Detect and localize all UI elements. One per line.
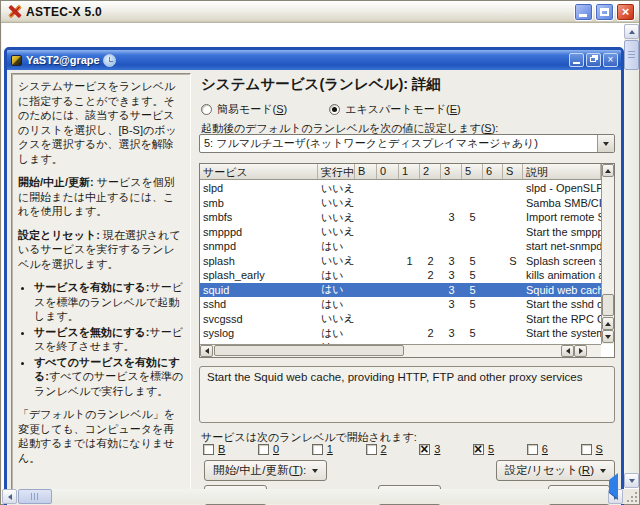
table-cell: 3	[441, 327, 462, 339]
scroll-left-button[interactable]	[561, 345, 574, 357]
runlevel-checkbox-5[interactable]: 5	[473, 443, 494, 455]
table-cell: はい	[318, 326, 355, 341]
table-row[interactable]: splashいいえ1235SSplash screen setu	[200, 254, 601, 269]
checkbox-label: 1	[327, 443, 333, 455]
yast2-minimize-button[interactable]	[569, 53, 584, 67]
column-header[interactable]: サービス	[200, 164, 318, 179]
help-bullet: サービスを有効にする:サービスを標準のランレベルで起動します。	[34, 280, 184, 324]
table-cell: Squid web cache	[523, 284, 601, 296]
runlevel-checkbox-1[interactable]: 1	[312, 443, 333, 455]
minimize-button[interactable]	[574, 3, 593, 21]
table-row[interactable]: svcgssdいいえStart the RPC GSS	[200, 312, 601, 327]
table-cell: 1	[399, 255, 420, 267]
arrow-left-icon	[566, 348, 570, 354]
outer-horizontal-scrollbar[interactable]	[2, 489, 623, 504]
help-paragraph: 「デフォルトのランレベル」を変更しても、コンピュータを再起動するまでは有効になり…	[18, 408, 175, 464]
table-body: slpdいいえslpd - OpenSLP dasmbいいえSamba SMB/…	[200, 181, 601, 346]
restore-icon	[590, 57, 596, 62]
table-row[interactable]: splash_earlyはい235kills animation after	[200, 268, 601, 283]
column-header[interactable]: 1	[399, 164, 420, 179]
table-vertical-scrollbar[interactable]	[601, 164, 614, 344]
scrollbar-thumb[interactable]	[18, 489, 52, 504]
runlevel-checkbox-group: B012356S	[203, 443, 603, 455]
main-panel: システムサービス(ランレベル): 詳細 簡易モード(S)エキスパートモード(E)…	[199, 70, 616, 505]
table-row[interactable]: squidはい35Squid web cache	[200, 283, 601, 298]
checkbox-label: S	[596, 443, 603, 455]
table-cell: Start the smpppd fo	[523, 226, 601, 238]
scroll-up-button[interactable]	[624, 24, 639, 39]
pan-left-indicator-icon	[609, 480, 618, 492]
table-cell: S	[503, 255, 523, 267]
close-button[interactable]: ×	[616, 3, 635, 21]
arrow-left-icon	[8, 494, 12, 500]
table-row[interactable]: syslogはい235Start the system log	[200, 326, 601, 341]
scroll-down-button[interactable]	[624, 473, 639, 488]
help-bullet: すべてのサービスを有効にする:すべてのサービスを標準のランレベルで実行します。	[34, 355, 184, 399]
scroll-down-button[interactable]	[602, 330, 614, 343]
help-lead: 設定とリセット:	[18, 229, 100, 241]
column-header[interactable]: 説明	[523, 164, 601, 179]
set-reset-button[interactable]: 設定/リセット(R)	[496, 460, 615, 481]
table-cell: slpd - OpenSLP da	[523, 182, 601, 194]
mode-radio[interactable]: 簡易モード(S)	[201, 102, 287, 117]
table-horizontal-scrollbar[interactable]	[200, 344, 601, 357]
column-header[interactable]: 3	[441, 164, 462, 179]
checkbox-icon	[581, 444, 592, 455]
scroll-up-button[interactable]	[602, 317, 614, 330]
dialog-content: システムサービスをランレベルに指定することができます。そのためには、該当するサー…	[7, 70, 621, 505]
column-header[interactable]: 2	[420, 164, 441, 179]
table-row[interactable]: slpdいいえslpd - OpenSLP da	[200, 181, 601, 196]
outer-window-title: ASTEC-X 5.0	[26, 5, 102, 19]
services-table[interactable]: サービス実行中B012356S説明 slpdいいえslpd - OpenSLP …	[199, 163, 615, 358]
resize-grip[interactable]	[623, 489, 639, 504]
yast2-app-icon	[11, 55, 22, 66]
column-header[interactable]: 0	[377, 164, 399, 179]
table-row[interactable]: sshdはい35Start the sshd daen	[200, 297, 601, 312]
mode-radio[interactable]: エキスパートモード(E)	[329, 102, 460, 117]
runlevel-checkbox-B[interactable]: B	[203, 443, 225, 455]
table-cell: いいえ	[318, 195, 355, 210]
column-header[interactable]: B	[355, 164, 377, 179]
runlevel-checkbox-S[interactable]: S	[581, 443, 603, 455]
combobox-dropdown-button[interactable]	[597, 135, 614, 152]
table-cell: Start the RPC GSS	[523, 313, 601, 325]
table-cell: Samba SMB/CIFS	[523, 197, 601, 209]
scroll-up-button[interactable]	[602, 164, 614, 177]
runlevel-checkbox-6[interactable]: 6	[527, 443, 548, 455]
default-runlevel-combobox[interactable]: 5: フルマルチユーザ(ネットワークとディスプレイマネージャあり)	[199, 134, 615, 153]
close-icon: ×	[622, 4, 630, 19]
scrollbar-thumb[interactable]	[602, 294, 614, 316]
checkbox-icon	[473, 444, 484, 455]
scroll-left-button[interactable]	[200, 345, 213, 357]
table-cell: 5	[462, 255, 483, 267]
yast2-titlebar[interactable]: YaST2@grape ×	[7, 50, 621, 70]
help-paragraph: システムサービスをランレベルに指定することができます。そのためには、該当するサー…	[18, 80, 177, 165]
yast2-close-button[interactable]: ×	[603, 53, 618, 67]
outer-titlebar[interactable]: ASTEC-X 5.0 ×	[1, 1, 639, 23]
table-cell: kills animation after	[523, 269, 601, 281]
table-row[interactable]: smpppdいいえStart the smpppd fo	[200, 225, 601, 240]
runlevel-checkbox-2[interactable]: 2	[366, 443, 387, 455]
table-row[interactable]: smbいいえSamba SMB/CIFS	[200, 196, 601, 211]
yast2-restore-button[interactable]	[586, 53, 601, 67]
table-cell: 3	[441, 211, 462, 223]
table-cell: start net-snmpd	[523, 240, 601, 252]
column-header[interactable]: S	[503, 164, 523, 179]
maximize-button[interactable]	[595, 3, 614, 21]
column-header[interactable]: 実行中	[318, 164, 355, 179]
table-row[interactable]: smbfsいいえ35Import remote SMB.	[200, 210, 601, 225]
column-header[interactable]: 6	[483, 164, 503, 179]
scroll-right-button[interactable]	[574, 345, 587, 357]
radio-label: 簡易モード(S)	[217, 102, 287, 117]
scroll-left-button[interactable]	[2, 489, 17, 504]
scrollbar-thumb[interactable]	[624, 40, 639, 70]
column-header[interactable]: 5	[462, 164, 483, 179]
runlevel-checkbox-3[interactable]: 3	[419, 443, 440, 455]
scrollbar-thumb[interactable]	[214, 345, 404, 356]
table-cell: いいえ	[318, 210, 355, 225]
start-stop-refresh-button[interactable]: 開始/中止/更新(T):	[204, 460, 327, 481]
table-row[interactable]: snmpdはいstart net-snmpd	[200, 239, 601, 254]
table-cell: 5	[462, 298, 483, 310]
outer-vertical-scrollbar[interactable]	[624, 24, 639, 488]
runlevel-checkbox-0[interactable]: 0	[258, 443, 279, 455]
